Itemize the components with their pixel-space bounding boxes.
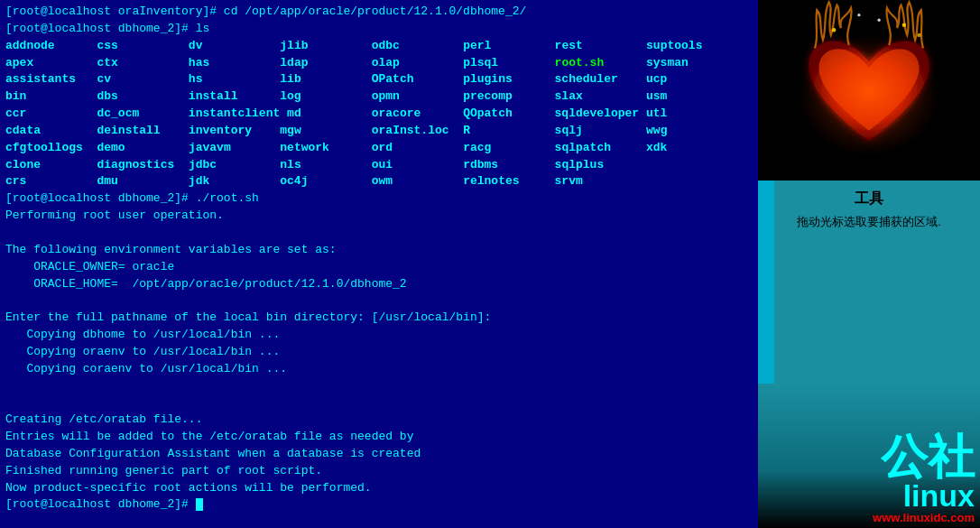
terminal-line: [root@localhost dbhome_2]# ls (5, 21, 753, 38)
terminal-line: ORACLE_HOME= /opt/app/oracle/product/12.… (5, 276, 753, 293)
terminal-line: Entries will be added to the /etc/oratab… (5, 429, 753, 446)
terminal-line: ORACLE_OWNER= oracle (5, 259, 753, 276)
sidebar-middle: 工具 拖动光标选取要捕获的区域. (758, 181, 980, 384)
terminal-line: assistants cv hs lib OPatch plugins sche… (5, 71, 753, 88)
terminal-line: Database Configuration Assistant when a … (5, 446, 753, 463)
sidebar: 工具 拖动光标选取要捕获的区域. 公社 linux www.linuxidc.c… (758, 0, 980, 528)
terminal-line: apex ctx has ldap olap plsql root.sh sys… (5, 55, 753, 72)
terminal-line (5, 378, 753, 395)
terminal-line (5, 394, 753, 412)
terminal-line: crs dmu jdk oc4j owm relnotes srvm (5, 173, 753, 190)
terminal-line: The following environment variables are … (5, 242, 753, 259)
terminal-line: cfgtoollogs demo javavm network ord racg… (5, 140, 753, 157)
svg-point-1 (832, 28, 836, 32)
brand-linux: linux (903, 480, 975, 511)
terminal-line: addnode css dv jlib odbc perl rest supto… (5, 38, 753, 55)
terminal-line: Enter the full pathname of the local bin… (5, 310, 753, 327)
cursor (196, 498, 203, 511)
terminal-last-line: [root@localhost dbhome_2]# (5, 496, 753, 514)
terminal-line (5, 225, 753, 242)
terminal-line: Copying coraenv to /usr/local/bin ... (5, 361, 753, 378)
terminal-line: Creating /etc/oratab file... (5, 412, 753, 429)
terminal-line: Finished running generic part of root sc… (5, 463, 753, 480)
terminal-line: cdata deinstall inventory mgw oraInst.lo… (5, 123, 753, 140)
svg-point-3 (857, 14, 860, 16)
sidebar-image (758, 0, 980, 181)
terminal-line: Now product-specific root actions will b… (5, 480, 753, 497)
sidebar-bottom: 公社 linux www.linuxidc.com (758, 384, 980, 528)
capture-hint: 拖动光标选取要捕获的区域. (788, 214, 950, 230)
brand-url: www.linuxidc.com (873, 511, 975, 524)
terminal-line: clone diagnostics jdbc nls oui rdbms sql… (5, 157, 753, 174)
terminal-line: bin dbs install log opmn precomp slax us… (5, 88, 753, 106)
svg-point-4 (877, 19, 880, 22)
svg-point-2 (902, 23, 906, 27)
brand-gong: 公社 (881, 433, 975, 480)
tool-label: 工具 (855, 190, 883, 208)
terminal-line: [root@localhost oraInventory]# cd /opt/a… (5, 4, 753, 21)
terminal-line: Performing root user operation. (5, 208, 753, 225)
terminal-line: Copying oraenv to /usr/local/bin ... (5, 344, 753, 361)
terminal[interactable]: [root@localhost oraInventory]# cd /opt/a… (0, 0, 758, 528)
terminal-line: Copying dbhome to /usr/local/bin ... (5, 327, 753, 344)
svg-point-5 (917, 33, 920, 37)
terminal-line: ccr dc_ocm instantclient md oracore QOpa… (5, 106, 753, 123)
terminal-line (5, 292, 753, 310)
terminal-line: [root@localhost dbhome_2]# ./root.sh (5, 190, 753, 208)
